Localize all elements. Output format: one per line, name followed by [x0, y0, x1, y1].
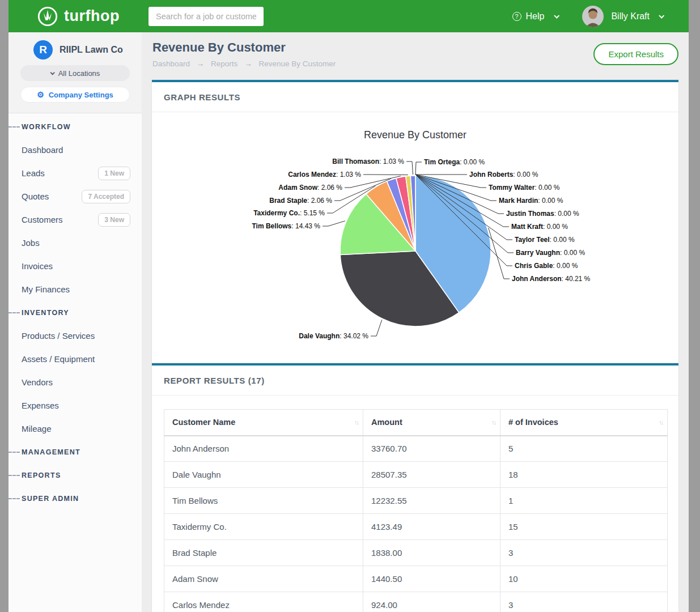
help-icon: ? [512, 12, 521, 21]
sidebar-item-assets-equipment[interactable]: Assets / Equipment [9, 347, 142, 371]
table-row: Tim Bellows12232.551 [164, 488, 668, 514]
locations-dropdown[interactable]: All Locations [20, 65, 130, 81]
sidebar-item-label: Expenses [22, 401, 59, 410]
sidebar-item-jobs[interactable]: Jobs [9, 231, 142, 254]
sidebar-item-expenses[interactable]: Expenses [9, 394, 142, 417]
cell-customer-name: Taxidermy Co. [164, 514, 363, 540]
chevron-down-icon [659, 13, 664, 19]
cell-invoices: 3 [500, 592, 668, 612]
pie-label-tommy-walter: Tommy Walter: 0.00 % [489, 184, 560, 192]
pie-label-connector [371, 320, 382, 336]
pie-label-john-roberts: John Roberts: 0.00 % [469, 171, 538, 178]
sidebar-section-management[interactable]: MANAGEMENT [9, 440, 142, 464]
sidebar-section-super-admin[interactable]: SUPER ADMIN [9, 487, 142, 510]
sidebar-section-label: WORKFLOW [22, 123, 71, 131]
cell-customer-name: Carlos Mendez [164, 592, 363, 612]
report-results-panel: REPORT RESULTS (17) Customer Name↑↓Amoun… [152, 363, 678, 612]
window-edge-left [0, 0, 9, 612]
sidebar-item-invoices[interactable]: Invoices [9, 254, 142, 278]
main-content: Revenue By Customer Dashboard → Reports … [142, 32, 689, 612]
pie-label-tim-ortega: Tim Ortega: 0.00 % [424, 158, 485, 166]
sort-arrows-icon: ↑↓ [354, 419, 358, 426]
table-row: John Anderson33760.705 [164, 436, 668, 462]
sidebar-item-label: Mileage [22, 424, 52, 434]
sidebar-section-reports[interactable]: REPORTS [9, 464, 142, 487]
cell-amount: 33760.70 [363, 436, 500, 462]
sidebar-item-products-services[interactable]: Products / Services [9, 324, 142, 347]
sidebar-section-label: INVENTORY [22, 309, 69, 317]
cell-amount: 1838.00 [363, 540, 500, 566]
breadcrumb-reports[interactable]: Reports [211, 60, 237, 68]
table-row: Adam Snow1440.5010 [164, 566, 668, 592]
chart-title: Revenue By Customer [152, 129, 678, 141]
pie-chart: Revenue By Customer John Anderson: 40.21… [152, 114, 678, 363]
sidebar-item-label: Vendors [22, 377, 53, 387]
pie-label-connector [406, 162, 413, 175]
pie-label-carlos-mendez: Carlos Mendez: 1.03 % [288, 171, 361, 178]
sidebar-item-leads[interactable]: Leads1 New [9, 162, 142, 185]
company-name: RIIPL Lawn Co [60, 45, 123, 55]
sidebar-item-badge: 1 New [98, 167, 130, 180]
user-menu[interactable]: Billy Kraft [582, 6, 663, 27]
section-dash-icon [9, 498, 20, 499]
sidebar-item-mileage[interactable]: Mileage [9, 417, 142, 440]
sidebar: R RIIPL Lawn Co All Locations ⚙ Company … [9, 32, 142, 612]
cell-invoices: 15 [500, 514, 668, 540]
sidebar-item-label: Invoices [22, 261, 53, 271]
turfhop-logo[interactable]: turfhop [37, 6, 120, 27]
sidebar-item-badge: 7 Accepted [82, 190, 130, 203]
company-settings-label: Company Settings [49, 91, 113, 99]
company-logo: R [33, 40, 53, 60]
cell-customer-name: Brad Staple [164, 540, 363, 566]
sidebar-nav: WORKFLOWDashboardLeads1 NewQuotes7 Accep… [9, 113, 142, 510]
sidebar-item-quotes[interactable]: Quotes7 Accepted [9, 185, 142, 208]
pie-label-brad-staple: Brad Staple: 2.06 % [269, 197, 332, 205]
pie-label-chris-gable: Chris Gable: 0.00 % [515, 262, 578, 270]
cell-customer-name: Tim Bellows [164, 488, 363, 514]
help-menu[interactable]: ? Help [512, 11, 559, 22]
cell-invoices: 18 [500, 462, 668, 488]
pie-label-john-anderson: John Anderson: 40.21 % [512, 275, 591, 283]
user-name: Billy Kraft [611, 11, 650, 22]
pie-label-dale-vaughn: Dale Vaughn: 34.02 % [299, 332, 368, 340]
pie-label-mark-hardin: Mark Hardin: 0.00 % [499, 197, 563, 205]
breadcrumb-current: Revenue By Customer [258, 60, 336, 68]
table-row: Dale Vaughn28507.3518 [164, 462, 668, 488]
sidebar-item-label: My Finances [22, 284, 70, 294]
export-results-button[interactable]: Export Results [593, 43, 678, 65]
sidebar-item-dashboard[interactable]: Dashboard [9, 138, 142, 162]
pie-label-matt-kraft: Matt Kraft: 0.00 % [511, 223, 568, 231]
sidebar-item-label: Leads [22, 168, 45, 178]
search-input[interactable] [149, 7, 264, 26]
sidebar-item-badge: 3 New [98, 213, 130, 227]
company-switcher[interactable]: R RIIPL Lawn Co [33, 40, 130, 60]
table-row: Taxidermy Co.4123.4915 [164, 514, 668, 540]
column-header-amount[interactable]: Amount↑↓ [363, 410, 500, 436]
sidebar-section-workflow[interactable]: WORKFLOW [9, 115, 142, 138]
cell-amount: 12232.55 [363, 488, 500, 514]
table-row: Carlos Mendez924.003 [164, 592, 668, 612]
sidebar-section-inventory[interactable]: INVENTORY [9, 301, 142, 324]
column-header-of-invoices[interactable]: # of Invoices↑↓ [500, 410, 668, 436]
column-header-customer-name[interactable]: Customer Name↑↓ [164, 410, 363, 436]
chevron-down-icon [554, 13, 560, 19]
sidebar-item-label: Customers [22, 215, 63, 224]
top-navbar: turfhop ? Help Billy Kraft [9, 0, 689, 32]
brand-name: turfhop [64, 7, 120, 25]
cell-amount: 1440.50 [363, 566, 500, 592]
company-settings-button[interactable]: ⚙ Company Settings [20, 87, 130, 103]
breadcrumb-arrow-icon: → [197, 60, 205, 68]
breadcrumb-dashboard[interactable]: Dashboard [152, 60, 190, 68]
sidebar-item-my-finances[interactable]: My Finances [9, 278, 142, 301]
pie-label-bill-thomason: Bill Thomason: 1.03 % [332, 158, 404, 165]
sidebar-item-label: Jobs [22, 238, 40, 248]
help-label: Help [526, 11, 545, 22]
sidebar-item-customers[interactable]: Customers3 New [9, 208, 142, 231]
locations-label: All Locations [58, 69, 100, 78]
cell-customer-name: Adam Snow [164, 566, 363, 592]
sidebar-item-label: Dashboard [22, 145, 63, 155]
pie-label-taylor-teel: Taylor Teel: 0.00 % [515, 236, 575, 244]
grass-icon [37, 6, 58, 27]
sort-arrows-icon: ↑↓ [659, 419, 663, 426]
sidebar-item-vendors[interactable]: Vendors [9, 371, 142, 394]
